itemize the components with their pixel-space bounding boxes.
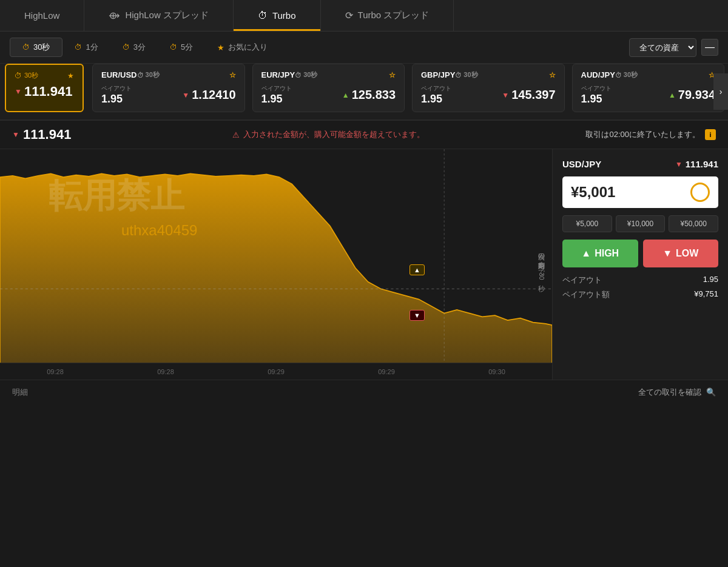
- payout-label-eurusd: ペイアウト: [101, 84, 132, 93]
- currency-card-gbpjpy[interactable]: GBP/JPY ⏱ 30秒 ☆ ペイアウト 1.95 ▼ 145.397: [412, 64, 565, 112]
- bottom-bar: 明細 全ての取引を確認 🔍: [0, 380, 728, 404]
- favorite-star-icon[interactable]: ★: [67, 72, 74, 80]
- clock-icon-eurusd: ⏱: [137, 72, 144, 79]
- time-axis: 09:28 09:28 09:29 09:29 09:30: [0, 363, 552, 380]
- payout-value-eurusd: 1.95: [101, 93, 132, 106]
- amount-input-box[interactable]: ¥5,001: [562, 176, 718, 208]
- star-gbpjpy[interactable]: ☆: [549, 71, 556, 79]
- panel-price-value: 111.941: [686, 159, 718, 169]
- trade-end-message: 取引は02:00に終了いたします。 i: [585, 129, 716, 140]
- high-marker: ▲: [410, 264, 425, 275]
- pair-header: USD/JPY ▼ 111.941: [562, 159, 718, 169]
- star-eurusd[interactable]: ☆: [229, 71, 236, 79]
- info-icon[interactable]: i: [705, 129, 716, 140]
- tab-turbo-spread-label: Turbo スプレッド: [358, 10, 430, 21]
- turbo-spread-icon: ⟳: [345, 10, 353, 21]
- high-btn-label: HIGH: [595, 248, 619, 259]
- up-arrow-eurjpy: ▲: [342, 91, 349, 99]
- currency-card-eurusd[interactable]: EUR/USD ⏱ 30秒 ☆ ペイアウト 1.95 ▼ 1.12410: [92, 64, 245, 112]
- tab-turbo-label: Turbo: [272, 10, 296, 21]
- highlow-spread-icon: ⟴: [109, 10, 120, 21]
- payout-row-rate: ペイアウト 1.95: [562, 275, 718, 286]
- quick-btn-50000[interactable]: ¥50,000: [669, 215, 718, 232]
- main-price-display: ▼ 111.941: [12, 127, 71, 143]
- amount-display: ¥5,001: [571, 184, 615, 201]
- turbo-icon: ⏱: [258, 10, 268, 21]
- star-eurjpy[interactable]: ☆: [389, 71, 396, 79]
- panel-pair-name: USD/JPY: [562, 159, 601, 169]
- clock-icon-5min: ⏱: [170, 43, 177, 52]
- price-audjpy: ▲ 79.934: [669, 88, 715, 102]
- up-arrow-audjpy: ▲: [669, 91, 676, 99]
- amount-circle-indicator: [690, 183, 710, 202]
- trade-end-text: 取引は02:00に終了いたします。: [585, 129, 700, 140]
- cards-next-arrow[interactable]: ›: [713, 73, 728, 110]
- payout-label-audjpy: ペイアウト: [581, 84, 612, 93]
- pair-eurusd: EUR/USD: [101, 70, 137, 79]
- selected-price-value: 111.941: [24, 84, 73, 99]
- chart-container[interactable]: 転用禁止 uthxa40459 ▲: [0, 149, 552, 380]
- tab-highlow-spread[interactable]: ⟴ HighLow スプレッド: [84, 0, 234, 31]
- clock-icon-3min: ⏱: [123, 43, 130, 52]
- panel-pair-price: ▼ 111.941: [675, 159, 718, 169]
- currency-card-selected-usdjpy[interactable]: ⏱ 30秒 ★ ▼ 111.941: [5, 64, 84, 112]
- time-label-1: 09:28: [47, 368, 64, 375]
- clock-icon-selected: ⏱: [15, 72, 22, 80]
- selected-card-price: ▼ 111.941: [15, 84, 74, 99]
- time-label-4: 09:29: [378, 368, 395, 375]
- clock-icon-audjpy: ⏱: [615, 72, 622, 79]
- low-marker-arrow: ▼: [414, 312, 420, 319]
- chart-area: 転用禁止 uthxa40459 ▲: [0, 149, 728, 380]
- payout-label-eurjpy: ペイアウト: [261, 84, 292, 93]
- card-body-eurusd: ペイアウト 1.95 ▼ 1.12410: [101, 84, 236, 106]
- price-gbpjpy: ▼ 145.397: [502, 88, 555, 102]
- pair-eurjpy: EUR/JPY: [261, 70, 295, 79]
- bottom-right-link[interactable]: 全ての取引を確認 🔍: [638, 387, 716, 398]
- time-filter-bar: ⏱ 30秒 ⏱ 1分 ⏱ 3分 ⏱ 5分 ★ お気に入り 全ての資産 —: [0, 32, 728, 64]
- collapse-button[interactable]: —: [701, 39, 718, 56]
- time-tab-3min[interactable]: ⏱ 3分: [110, 38, 158, 56]
- down-arrow-main: ▼: [12, 130, 19, 139]
- card-header-audjpy: AUD/JPY ⏱ 30秒 ☆: [581, 70, 716, 79]
- tab-highlow-label: HighLow: [24, 10, 59, 21]
- quick-btn-5000[interactable]: ¥5,000: [562, 215, 612, 232]
- currency-card-audjpy[interactable]: AUD/JPY ⏱ 30秒 ☆ ペイアウト 1.95 ▲ 79.934: [572, 64, 725, 112]
- payout-amount-value: ¥9,751: [694, 289, 718, 300]
- time-tab-1min-label: 1分: [86, 42, 98, 53]
- card-header-eurusd: EUR/USD ⏱ 30秒 ☆: [101, 70, 236, 79]
- price-chart: [0, 149, 552, 380]
- high-button[interactable]: ▲ HIGH: [562, 240, 638, 267]
- payout-label-text: ペイアウト: [562, 275, 602, 286]
- tab-turbo[interactable]: ⏱ Turbo: [234, 0, 321, 31]
- tab-highlow[interactable]: HighLow: [0, 0, 84, 31]
- price-eurjpy: ▲ 125.833: [342, 88, 396, 102]
- down-arrow-panel: ▼: [675, 160, 682, 169]
- currency-card-eurjpy[interactable]: EUR/JPY ⏱ 30秒 ☆ ペイアウト 1.95 ▲ 125.833: [252, 64, 405, 112]
- bottom-right-text: 全ての取引を確認: [638, 387, 701, 398]
- time-tab-30sec[interactable]: ⏱ 30秒: [10, 38, 62, 57]
- card-time-eurjpy: ⏱ 30秒: [295, 70, 317, 79]
- warning-text: 入力された金額が、購入可能金額を超えています。: [243, 129, 425, 140]
- time-tab-favorites-label: お気に入り: [228, 42, 268, 53]
- card-time-audjpy: ⏱ 30秒: [615, 70, 638, 79]
- quick-btn-10000[interactable]: ¥10,000: [616, 215, 666, 232]
- selected-card-label: ⏱ 30秒 ★: [15, 71, 74, 80]
- time-tab-favorites[interactable]: ★ お気に入り: [205, 38, 280, 56]
- low-button[interactable]: ▼ LOW: [643, 240, 719, 267]
- tab-turbo-spread[interactable]: ⟳ Turbo スプレッド: [321, 0, 454, 31]
- currency-cards-row: ⏱ 30秒 ★ ▼ 111.941 EUR/USD ⏱ 30秒 ☆ ペイアウト …: [0, 64, 728, 121]
- card-body-gbpjpy: ペイアウト 1.95 ▼ 145.397: [421, 84, 556, 106]
- card-header-eurjpy: EUR/JPY ⏱ 30秒 ☆: [261, 70, 396, 79]
- down-arrow-icon-selected: ▼: [15, 87, 22, 96]
- card-body-eurjpy: ペイアウト 1.95 ▲ 125.833: [261, 84, 396, 106]
- warning-message: ⚠ 入力された金額が、購入可能金額を超えています。: [83, 129, 573, 140]
- pair-audjpy: AUD/JPY: [581, 70, 615, 79]
- time-label-3: 09:29: [268, 368, 285, 375]
- clock-icon-30sec: ⏱: [22, 43, 30, 52]
- quick-amounts: ¥5,000 ¥10,000 ¥50,000: [562, 215, 718, 232]
- time-tab-1min[interactable]: ⏱ 1分: [62, 38, 110, 56]
- asset-select[interactable]: 全ての資産: [629, 38, 696, 57]
- time-tab-5min[interactable]: ⏱ 5分: [158, 38, 205, 56]
- main-price-value: 111.941: [23, 127, 72, 143]
- right-panel: USD/JPY ▼ 111.941 ¥5,001 ¥5,000 ¥10,000 …: [552, 149, 728, 380]
